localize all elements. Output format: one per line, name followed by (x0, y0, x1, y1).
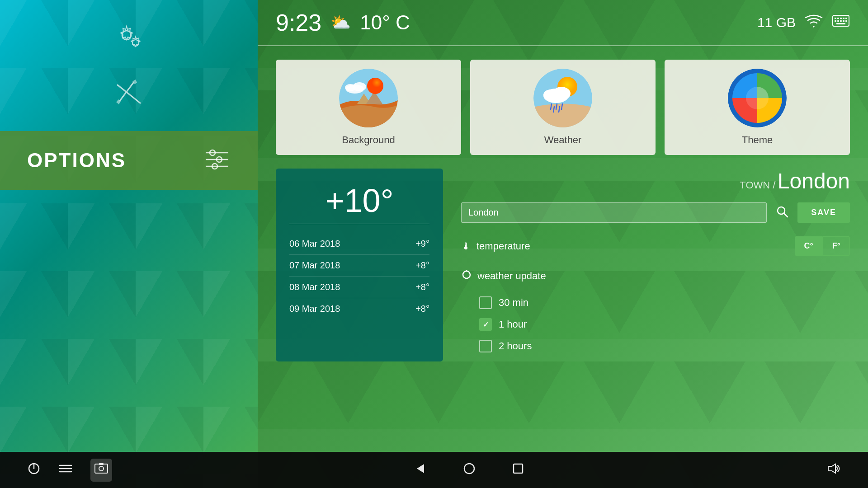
header-right: 11 GB (757, 13, 850, 32)
search-row: SAVE (461, 202, 850, 223)
forecast-date-3: 08 Mar 2018 (289, 282, 340, 292)
recent-button[interactable] (512, 462, 524, 478)
forecast-row-1: 06 Mar 2018 +9° (289, 233, 429, 255)
weather-update-label: weather update (477, 270, 850, 282)
svg-line-42 (784, 213, 788, 217)
svg-marker-43 (465, 270, 468, 272)
forecast-temp-1: +9° (415, 239, 429, 249)
search-button[interactable] (771, 202, 793, 223)
sidebar (0, 0, 258, 131)
forecast-temp-3: +8° (415, 282, 429, 292)
header-left: 9:23 ⛅ 10° C (276, 9, 410, 36)
thermometer-icon: 🌡 (461, 240, 471, 252)
cards-row: Background (258, 46, 868, 164)
svg-rect-13 (840, 18, 842, 19)
temperature-toggle: C° F° (795, 236, 850, 256)
temperature-row: 🌡 temperature C° F° (461, 236, 850, 256)
update-options: 30 min 1 hour 2 hours (461, 296, 850, 352)
back-button[interactable] (414, 462, 427, 478)
checkbox-30min[interactable] (479, 296, 492, 309)
svg-marker-55 (828, 464, 835, 473)
forecast-list: 06 Mar 2018 +9° 07 Mar 2018 +8° 08 Mar 2… (289, 233, 429, 319)
update-option-30min: 30 min (479, 296, 850, 309)
update-option-1hour: 1 hour (479, 318, 850, 331)
town-header: TOWN / London (461, 169, 850, 193)
weather-update-row: weather update (461, 269, 850, 283)
lower-section: +10° 06 Mar 2018 +9° 07 Mar 2018 +8° 08 … (258, 164, 868, 371)
volume-button[interactable] (826, 462, 841, 478)
layers-button[interactable] (59, 462, 72, 478)
keyboard-icon (832, 14, 850, 32)
svg-point-53 (464, 464, 474, 474)
svg-rect-20 (845, 20, 847, 22)
background-card-label: Background (342, 134, 395, 146)
header: 9:23 ⛅ 10° C 11 GB (258, 0, 868, 46)
svg-rect-15 (845, 18, 847, 19)
town-label: TOWN / (740, 179, 775, 191)
svg-rect-14 (843, 18, 844, 19)
temperature-label: temperature (476, 240, 795, 252)
svg-rect-19 (843, 20, 844, 22)
label-2hours: 2 hours (499, 340, 532, 352)
theme-card[interactable]: Theme (665, 60, 850, 155)
header-temperature: 10° C (360, 11, 410, 34)
weather-cloud-icon: ⛅ (330, 13, 351, 32)
update-option-2hours: 2 hours (479, 340, 850, 352)
svg-marker-52 (417, 464, 424, 473)
weather-card[interactable]: Weather (470, 60, 656, 155)
svg-rect-49 (95, 464, 108, 473)
town-search-input[interactable] (461, 202, 767, 223)
forecast-row-4: 09 Mar 2018 +8° (289, 298, 429, 319)
main-content: 9:23 ⛅ 10° C 11 GB (258, 0, 868, 488)
forecast-row-3: 08 Mar 2018 +8° (289, 277, 429, 298)
svg-rect-18 (840, 20, 842, 22)
options-banner: OPTIONS (0, 131, 258, 190)
svg-point-25 (367, 78, 383, 94)
forecast-row-2: 07 Mar 2018 +8° (289, 255, 429, 277)
tools-icon (111, 76, 147, 108)
power-button[interactable] (27, 462, 41, 479)
checkbox-1hour[interactable] (479, 318, 492, 331)
label-30min: 30 min (499, 297, 528, 309)
svg-point-28 (345, 84, 356, 91)
current-temp: +10° (289, 182, 429, 219)
home-button[interactable] (463, 462, 476, 478)
taskbar-right (826, 462, 841, 478)
weather-card-icon (533, 69, 592, 127)
town-name: London (778, 169, 850, 193)
save-button[interactable]: SAVE (797, 202, 850, 223)
weather-widget: +10° 06 Mar 2018 +9° 07 Mar 2018 +8° 08 … (276, 169, 443, 361)
sliders-icon (203, 148, 231, 173)
storage-info: 11 GB (757, 15, 796, 30)
taskbar (0, 452, 868, 488)
forecast-date-1: 06 Mar 2018 (289, 239, 340, 249)
label-1hour: 1 hour (499, 319, 527, 330)
options-label: OPTIONS (27, 149, 126, 172)
settings-panel: TOWN / London SAVE 🌡 temperature (461, 169, 850, 361)
svg-rect-17 (837, 20, 839, 22)
theme-card-label: Theme (742, 134, 773, 146)
svg-rect-16 (835, 20, 836, 22)
svg-rect-21 (836, 23, 845, 24)
clock-time: 9:23 (276, 9, 321, 36)
svg-rect-51 (99, 463, 104, 465)
background-card[interactable]: Background (276, 60, 461, 155)
svg-point-33 (543, 89, 558, 100)
gear-icon (111, 24, 147, 56)
svg-point-50 (99, 466, 104, 471)
fahrenheit-button[interactable]: F° (823, 236, 850, 256)
wifi-icon (805, 13, 823, 32)
taskbar-left (27, 459, 112, 482)
background-card-icon (339, 69, 398, 127)
forecast-temp-4: +8° (415, 304, 429, 314)
taskbar-center (414, 462, 524, 478)
svg-rect-12 (837, 18, 839, 19)
checkbox-2hours[interactable] (479, 340, 492, 352)
svg-rect-54 (514, 464, 523, 473)
forecast-temp-2: +8° (415, 260, 429, 271)
forecast-date-4: 09 Mar 2018 (289, 304, 340, 314)
refresh-icon (461, 269, 472, 283)
celsius-button[interactable]: C° (795, 236, 823, 256)
screenshot-button[interactable] (90, 459, 112, 482)
forecast-date-2: 07 Mar 2018 (289, 260, 340, 271)
